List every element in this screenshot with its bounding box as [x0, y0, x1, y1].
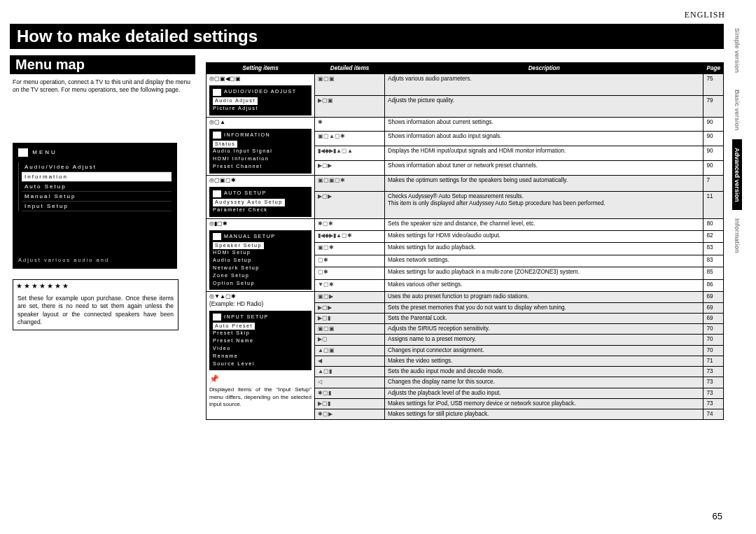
menu-icon — [213, 233, 221, 240]
intro-paragraph: For menu operation, connect a TV to this… — [13, 78, 190, 94]
detailed-item: ▮◀◆▶▮▲▢▲ — [315, 146, 385, 161]
page-number: 65 — [713, 511, 722, 521]
detailed-item: ▣▢▲▢✱ — [315, 132, 385, 146]
detailed-item: ▢✱ — [315, 255, 385, 267]
page-ref: 11 — [704, 191, 724, 218]
table-row: ◎▼▲▢✱ (Example: HD Radio) INPUT SETUP Au… — [206, 292, 724, 302]
detailed-item: ▢✱ — [315, 267, 385, 279]
detailed-item: ✱▢✱ — [315, 218, 385, 230]
description: Makes settings for audio playback in a m… — [385, 267, 704, 279]
menu-item: Manual Setup — [22, 192, 172, 202]
page-ref: 85 — [704, 267, 724, 279]
menu-map-table: Setting items Detailed items Description… — [206, 62, 724, 420]
menu-footer-text: Adjust various audio and — [18, 257, 109, 263]
description: Shows information about current settings… — [385, 117, 704, 132]
description: Makes settings for HDMI video/audio outp… — [385, 230, 704, 242]
group-icon: ◎▢▣◀▢▣ — [209, 76, 241, 82]
language-label: ENGLISH — [685, 10, 725, 20]
description: Shows information about audio input sign… — [385, 132, 704, 146]
page-ref: 83 — [704, 243, 724, 255]
tab-basic[interactable]: Basic version — [732, 81, 742, 139]
description: Checks Audyssey® Auto Setup measurement … — [385, 191, 704, 218]
th-setting: Setting items — [206, 63, 315, 74]
menu-icon — [18, 148, 28, 157]
table-row: ◎▢▣◀▢▣ AUDIO/VIDEO ADJUST Audio Adjust P… — [206, 74, 724, 96]
mini-menu-preview: AUDIO/VIDEO ADJUST Audio Adjust Picture … — [209, 85, 312, 115]
th-page: Page — [704, 63, 724, 74]
description: Makes settings for audio playback. — [385, 243, 704, 255]
side-tab-nav: Simple version Basic version Advanced ve… — [732, 20, 746, 510]
table-header-row: Setting items Detailed items Description… — [206, 63, 724, 74]
page-ref: 90 — [704, 146, 724, 161]
menu-item: Input Setup — [22, 202, 172, 211]
group-example: (Example: HD Radio) — [209, 301, 312, 308]
tab-advanced[interactable]: Advanced version — [732, 139, 742, 211]
mini-menu-preview: AUTO SETUP Audyssey Auto Setup Parameter… — [209, 187, 312, 216]
menu-item: Auto Setup — [22, 182, 172, 192]
page-ref: 83 — [704, 255, 724, 267]
detailed-item: ▣▢▶ — [315, 292, 385, 302]
page-ref: 69 — [704, 292, 724, 302]
setting-group-cell: ◎▢▣◀▢▣ AUDIO/VIDEO ADJUST Audio Adjust P… — [206, 74, 315, 118]
pushpin-icon: 📌 — [209, 374, 219, 384]
setting-group-cell: ◎▢▲ INFORMATION Status Audio Input Signa… — [206, 117, 315, 175]
description: Makes the optimum settings for the speak… — [385, 175, 704, 191]
page-title: How to make detailed settings — [10, 24, 724, 49]
tab-information[interactable]: Information — [732, 210, 742, 262]
onscreen-menu-preview: MENU Audio/Video Adjust Information Auto… — [13, 143, 177, 269]
page-ref: 80 — [704, 218, 724, 230]
detailed-item: ▶▢▣ — [315, 95, 385, 117]
detailed-item: ▼▢✱ — [315, 279, 385, 291]
detailed-item: ▶▢▶ — [315, 191, 385, 218]
manual-page: ENGLISH How to make detailed settings Me… — [10, 10, 746, 524]
group-icon: ◎▢▣▢✱ — [209, 177, 236, 183]
menu-item-selected: Information — [22, 172, 172, 182]
mini-menu-preview: MANUAL SETUP Speaker Setup HDMI Setup Au… — [209, 230, 312, 290]
detailed-item: ▣▢▣ — [315, 74, 385, 96]
setting-group-cell: ◎▼▲▢✱ (Example: HD Radio) INPUT SETUP Au… — [206, 292, 315, 420]
description: Adjusts the picture quality. — [385, 95, 704, 117]
note-body: Set these for example upon purchase. Onc… — [13, 292, 178, 330]
menu-item-list: Audio/Video Adjust Information Auto Setu… — [18, 162, 172, 211]
mini-menu-preview: INFORMATION Status Audio Input Signal HD… — [209, 129, 312, 174]
section-header-menu-map: Menu map — [10, 55, 195, 74]
menu-icon — [213, 89, 221, 96]
note-stars: ★★★★★★★ — [13, 280, 178, 292]
menu-header-text: MENU — [32, 149, 57, 155]
note-box: ★★★★★★★ Set these for example upon purch… — [13, 279, 178, 330]
tab-simple[interactable]: Simple version — [732, 20, 742, 81]
page-ref: 7 — [704, 175, 724, 191]
description: Displays the HDMI input/output signals a… — [385, 146, 704, 161]
page-ref: 86 — [704, 279, 724, 291]
page-ref: 90 — [704, 117, 724, 132]
menu-icon — [213, 314, 221, 321]
description: Adjuts various audio parameters. — [385, 74, 704, 96]
description: Makes network settings. — [385, 255, 704, 267]
page-ref: 90 — [704, 161, 724, 176]
page-ref: 75 — [704, 74, 724, 96]
mini-menu-preview: INPUT SETUP Auto Preset Preset Skip Pres… — [209, 311, 312, 371]
th-detailed: Detailed items — [315, 63, 385, 74]
group-icon: ◎▼▲▢✱ — [209, 293, 236, 300]
detailed-item: ✱ — [315, 117, 385, 132]
description: Sets the speaker size and distance, the … — [385, 218, 704, 230]
setting-group-cell: ◎▮▢✱ MANUAL SETUP Speaker Setup HDMI Set… — [206, 218, 315, 292]
detailed-item: ▣▢✱ — [315, 243, 385, 255]
detailed-item: ▶▢▶ — [315, 161, 385, 176]
menu-item: Audio/Video Adjust — [22, 162, 172, 172]
description: Uses the auto preset function to program… — [385, 292, 704, 302]
page-ref: 79 — [704, 95, 724, 117]
page-ref: 82 — [704, 230, 724, 242]
th-description: Description — [385, 63, 704, 74]
detailed-item: ▣▢▣▢✱ — [315, 175, 385, 191]
page-ref: 90 — [704, 132, 724, 146]
group-note: Displayed items of the "Input Setup" men… — [209, 386, 312, 408]
table-row: ◎▢▲ INFORMATION Status Audio Input Signa… — [206, 117, 724, 132]
group-icon: ◎▮▢✱ — [209, 220, 227, 227]
table-row: ◎▮▢✱ MANUAL SETUP Speaker Setup HDMI Set… — [206, 218, 724, 230]
menu-icon — [213, 190, 221, 197]
description: Makes various other settings. — [385, 279, 704, 291]
setting-group-cell: ◎▢▣▢✱ AUTO SETUP Audyssey Auto Setup Par… — [206, 175, 315, 218]
group-icon: ◎▢▲ — [209, 119, 225, 125]
detailed-item: ▮◀◆▶▮▲▢✱ — [315, 230, 385, 242]
